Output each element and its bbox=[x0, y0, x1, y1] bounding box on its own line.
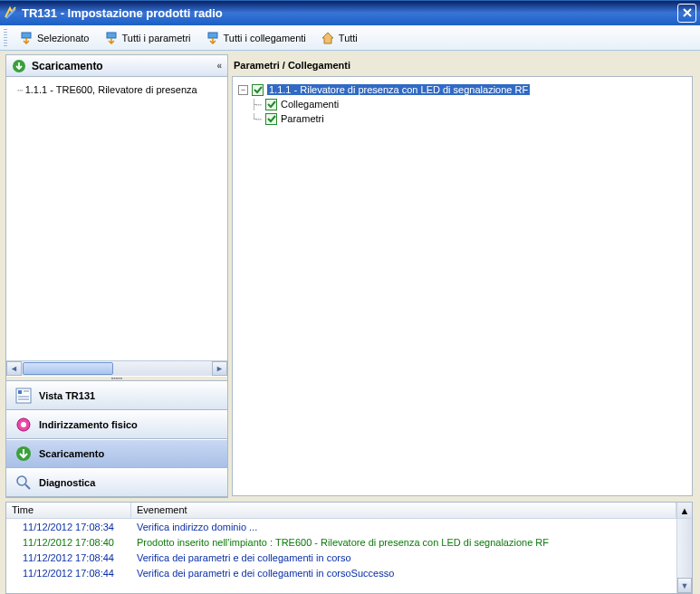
right-panel-title: Parametri / Collegamenti bbox=[232, 56, 693, 76]
toolbar-tutti[interactable]: Tutti bbox=[314, 28, 364, 48]
nav-scaricamento[interactable]: Scaricamento bbox=[6, 439, 227, 468]
nav-label: Scaricamento bbox=[39, 448, 104, 459]
main-area: Scaricamento « ⋯ 1.1.1 - TRE600, Rilevat… bbox=[0, 51, 700, 502]
close-button[interactable] bbox=[677, 4, 696, 23]
nav-label: Indirizzamento fisico bbox=[39, 419, 138, 430]
log-column-event[interactable]: Evenement bbox=[131, 503, 676, 518]
scroll-down-button[interactable]: ▼ bbox=[677, 578, 692, 593]
svg-rect-2 bbox=[208, 33, 217, 38]
scroll-left-button[interactable]: ◄ bbox=[6, 361, 22, 376]
log-event: Prodotto inserito nell'impianto : TRE600… bbox=[131, 537, 692, 548]
svg-point-7 bbox=[21, 422, 26, 427]
accordion-title: Scaricamento bbox=[32, 60, 103, 72]
checkbox-checked[interactable] bbox=[265, 99, 277, 110]
toolbar-tutti-collegamenti[interactable]: Tutti i collegamenti bbox=[199, 28, 312, 48]
nav-buttons: Vista TR131 Indirizzamento fisico Scaric… bbox=[6, 381, 227, 497]
accordion: Scaricamento « ⋯ 1.1.1 - TRE600, Rilevat… bbox=[5, 54, 228, 498]
log-row[interactable]: 11/12/2012 17:08:40Prodotto inserito nel… bbox=[6, 534, 692, 550]
target-icon bbox=[15, 417, 32, 433]
download-links-icon bbox=[206, 31, 220, 45]
list-view-icon bbox=[15, 388, 32, 404]
tree-node-collegamenti[interactable]: ├⋯ Collegamenti bbox=[238, 97, 686, 111]
nav-label: Vista TR131 bbox=[39, 390, 95, 401]
app-icon bbox=[4, 5, 18, 20]
right-panel: Parametri / Collegamenti − 1.1.1 - Rilev… bbox=[228, 51, 700, 502]
tree-node-label: Collegamenti bbox=[281, 99, 339, 110]
log-row[interactable]: 11/12/2012 17:08:44Verifica dei parametr… bbox=[6, 550, 692, 565]
log-time: 11/12/2012 17:08:44 bbox=[6, 552, 131, 563]
accordion-body: ⋯ 1.1.1 - TRE600, Rilevatore di presenza… bbox=[6, 77, 227, 376]
download-selected-icon bbox=[19, 31, 34, 45]
log-time: 11/12/2012 17:08:34 bbox=[6, 522, 131, 532]
collapse-icon[interactable]: « bbox=[216, 61, 222, 71]
toolbar-tutti-parametri[interactable]: Tutti i parametri bbox=[98, 28, 197, 48]
toolbar-selezionato[interactable]: Selezionato bbox=[13, 28, 96, 48]
toolbar-grip[interactable] bbox=[4, 29, 7, 47]
svg-rect-1 bbox=[107, 33, 116, 38]
log-header: Time Evenement ▲ bbox=[6, 503, 692, 519]
checkbox-checked[interactable] bbox=[252, 84, 264, 96]
download-params-icon bbox=[104, 31, 119, 45]
log-row[interactable]: 11/12/2012 17:08:44Verifica dei parametr… bbox=[6, 565, 692, 580]
scroll-track[interactable] bbox=[114, 361, 212, 376]
tree-node-label: Parametri bbox=[281, 113, 324, 124]
log-event: Verifica indirizzo dominio ... bbox=[131, 522, 692, 532]
tree-connector: ⋯ bbox=[17, 84, 23, 96]
nav-label: Diagnostica bbox=[39, 477, 95, 488]
toolbar-label: Tutti bbox=[339, 33, 358, 43]
collapse-icon[interactable]: − bbox=[238, 85, 248, 95]
log-time: 11/12/2012 17:08:44 bbox=[6, 568, 131, 579]
toolbar-label: Tutti i collegamenti bbox=[224, 33, 306, 43]
toolbar-label: Tutti i parametri bbox=[122, 33, 191, 43]
toolbar: Selezionato Tutti i parametri Tutti i co… bbox=[0, 25, 700, 51]
svg-rect-5 bbox=[18, 390, 22, 394]
log-event: Verifica dei parametri e dei collegament… bbox=[131, 568, 692, 579]
log-body: 11/12/2012 17:08:34Verifica indirizzo do… bbox=[6, 519, 692, 593]
horizontal-scrollbar[interactable]: ◄ ► bbox=[6, 360, 227, 376]
magnifier-icon bbox=[15, 474, 32, 491]
scroll-up-button[interactable]: ▲ bbox=[676, 503, 692, 518]
tree-connector: ├⋯ bbox=[251, 99, 265, 110]
scroll-track[interactable] bbox=[677, 519, 692, 578]
svg-rect-0 bbox=[22, 33, 31, 38]
nav-indirizzamento-fisico[interactable]: Indirizzamento fisico bbox=[6, 410, 227, 439]
nav-diagnostica[interactable]: Diagnostica bbox=[6, 468, 227, 497]
tree-node-parametri[interactable]: └⋯ Parametri bbox=[238, 111, 686, 126]
tree-item-label: 1.1.1 - TRE600, Rilevatore di presenza bbox=[25, 84, 197, 95]
download-icon bbox=[15, 446, 32, 462]
svg-point-9 bbox=[17, 476, 26, 485]
tree-content: − 1.1.1 - Rilevatore di presenza con LED… bbox=[232, 76, 693, 496]
log-event: Verifica dei parametri e dei collegament… bbox=[131, 552, 692, 563]
device-tree-item[interactable]: ⋯ 1.1.1 - TRE600, Rilevatore di presenza bbox=[10, 81, 224, 100]
checkbox-checked[interactable] bbox=[265, 113, 277, 125]
log-panel: Time Evenement ▲ 11/12/2012 17:08:34Veri… bbox=[5, 502, 693, 594]
left-panel: Scaricamento « ⋯ 1.1.1 - TRE600, Rilevat… bbox=[0, 51, 228, 502]
tree-node-label: 1.1.1 - Rilevatore di presenza con LED d… bbox=[267, 84, 530, 95]
scroll-thumb[interactable] bbox=[23, 362, 113, 375]
window-title: TR131 - Impostazione prodotti radio bbox=[22, 6, 677, 20]
nav-vista-tr131[interactable]: Vista TR131 bbox=[6, 381, 227, 410]
tree-connector: └⋯ bbox=[251, 113, 265, 125]
vertical-scrollbar[interactable]: ▼ bbox=[676, 519, 692, 593]
log-row[interactable]: 11/12/2012 17:08:34Verifica indirizzo do… bbox=[6, 519, 692, 534]
toolbar-label: Selezionato bbox=[37, 33, 90, 43]
scroll-right-button[interactable]: ► bbox=[212, 361, 227, 376]
tree-node-main[interactable]: − 1.1.1 - Rilevatore di presenza con LED… bbox=[238, 82, 686, 97]
download-icon bbox=[12, 59, 26, 73]
accordion-header-scaricamento[interactable]: Scaricamento « bbox=[6, 55, 227, 77]
log-column-time[interactable]: Time bbox=[6, 503, 131, 518]
log-time: 11/12/2012 17:08:40 bbox=[6, 537, 131, 548]
home-icon bbox=[321, 31, 335, 45]
window-titlebar: TR131 - Impostazione prodotti radio bbox=[0, 0, 700, 25]
